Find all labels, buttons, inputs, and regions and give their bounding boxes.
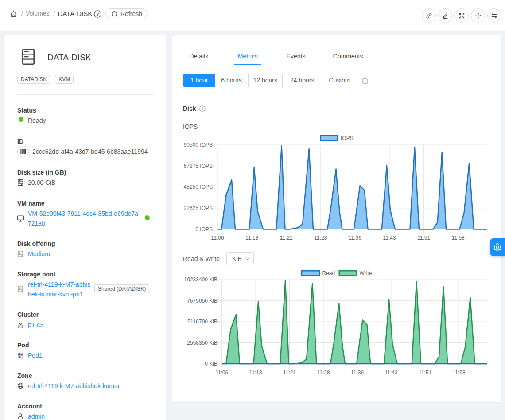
svg-text:0 IOPS: 0 IOPS [195, 226, 213, 233]
svg-text:11:36: 11:36 [349, 235, 361, 241]
svg-text:11:43: 11:43 [385, 369, 397, 376]
svg-text:0 KiB: 0 KiB [205, 361, 218, 367]
svg-text:11:28: 11:28 [317, 369, 330, 376]
svg-text:11:21: 11:21 [283, 369, 296, 376]
svg-text:11:06: 11:06 [215, 369, 228, 376]
svg-text:7675050 KiB: 7675050 KiB [187, 298, 218, 304]
svg-text:Write: Write [360, 270, 372, 276]
svg-text:Read: Read [322, 270, 335, 276]
svg-text:5116700 KiB: 5116700 KiB [187, 319, 218, 325]
svg-text:IOPS: IOPS [341, 135, 354, 141]
svg-text:22625 IOPS: 22625 IOPS [184, 205, 213, 211]
svg-text:11:51: 11:51 [417, 235, 430, 241]
svg-text:90500 IOPS: 90500 IOPS [184, 142, 213, 148]
svg-text:11:58: 11:58 [452, 369, 465, 376]
svg-text:11:51: 11:51 [419, 369, 431, 376]
svg-text:?: ? [97, 12, 99, 16]
svg-text:11:36: 11:36 [351, 369, 364, 376]
svg-text:2558350 KiB: 2558350 KiB [187, 340, 218, 346]
svg-text:11:28: 11:28 [314, 235, 327, 241]
svg-text:67875 IOPS: 67875 IOPS [184, 163, 213, 169]
svg-text:11:21: 11:21 [280, 235, 293, 241]
svg-text:11:58: 11:58 [452, 235, 465, 241]
svg-text:45250 IOPS: 45250 IOPS [184, 184, 213, 190]
svg-text:11:13: 11:13 [245, 235, 258, 241]
svg-text:11:13: 11:13 [249, 369, 262, 376]
svg-text:10233400 KiB: 10233400 KiB [184, 276, 218, 283]
svg-text:11:43: 11:43 [383, 235, 396, 241]
svg-text:11:06: 11:06 [211, 235, 224, 241]
